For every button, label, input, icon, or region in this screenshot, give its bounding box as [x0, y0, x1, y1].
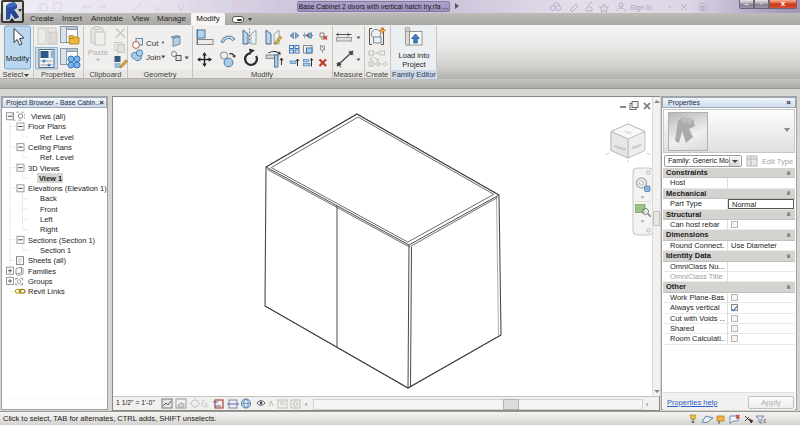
svg-text:Ref. Level: Ref. Level — [40, 133, 74, 142]
svg-text:Paste: Paste — [88, 48, 109, 57]
svg-text:Create: Create — [366, 70, 389, 79]
svg-text:Back: Back — [40, 194, 57, 203]
svg-text:Clipboard: Clipboard — [89, 70, 121, 79]
svg-text:Sheets (all): Sheets (all) — [28, 256, 66, 265]
svg-text:Section 1: Section 1 — [40, 246, 71, 255]
svg-text::0: :0 — [762, 418, 766, 424]
svg-text:Left: Left — [40, 215, 53, 224]
svg-text:Right: Right — [40, 225, 58, 234]
svg-text:Load into: Load into — [399, 51, 430, 60]
svg-text:Join: Join — [146, 53, 161, 62]
svg-text:Views (all): Views (all) — [31, 112, 66, 121]
svg-text:3D Views: 3D Views — [28, 164, 60, 173]
svg-text:Ref. Level: Ref. Level — [40, 153, 74, 162]
svg-text:Groups: Groups — [28, 277, 53, 286]
svg-text:Elevations (Elevation 1): Elevations (Elevation 1) — [28, 184, 107, 193]
svg-text:Cut: Cut — [146, 39, 159, 48]
svg-text:Select: Select — [3, 70, 25, 79]
svg-text:Front: Front — [40, 205, 58, 214]
svg-text:Sections (Section 1): Sections (Section 1) — [28, 236, 96, 245]
svg-text:Geometry: Geometry — [144, 70, 177, 79]
svg-text:Floor Plans: Floor Plans — [28, 122, 66, 131]
svg-text:Modify: Modify — [251, 70, 273, 79]
svg-text:Modify: Modify — [6, 54, 30, 63]
svg-text:Revit Links: Revit Links — [28, 287, 65, 296]
svg-text:Measure: Measure — [333, 70, 362, 79]
svg-text:Ceiling Plans: Ceiling Plans — [28, 143, 72, 152]
svg-text:Project: Project — [402, 60, 426, 69]
svg-text:?: ? — [701, 5, 705, 11]
svg-text:Family Editor: Family Editor — [392, 70, 436, 79]
svg-text:Sign In: Sign In — [630, 4, 652, 12]
svg-text:View 1: View 1 — [39, 174, 62, 183]
svg-text:Families: Families — [28, 267, 56, 276]
svg-text:Properties: Properties — [41, 70, 75, 79]
